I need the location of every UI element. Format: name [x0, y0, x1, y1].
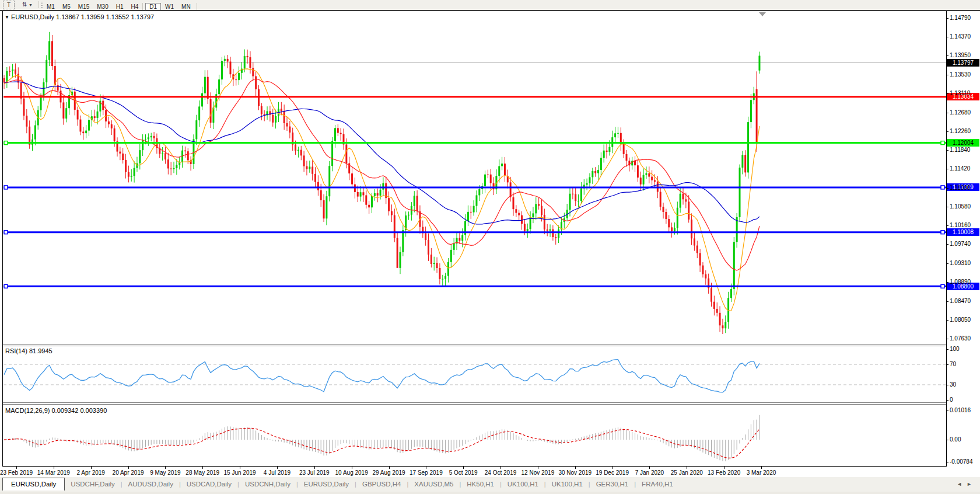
ma-line-8: [4, 69, 760, 311]
date-axis-label: 15 Jun 2019: [224, 469, 256, 476]
chart-symbol-label: EURUSD,Daily: [11, 13, 54, 20]
chart-tab-eurusd-daily[interactable]: EURUSD,Daily: [2, 478, 65, 490]
current-price-badge: 1.13797: [947, 59, 979, 67]
date-axis-tick: [314, 467, 315, 469]
line-endpoint-marker: [941, 284, 944, 288]
date-axis-label: 28 May 2019: [186, 469, 219, 476]
date-axis-tick: [202, 467, 203, 469]
tabs-holder: EURUSD,DailyUSDCHF,Daily|AUDUSD,Daily|US…: [2, 478, 679, 488]
date-axis-tick: [649, 467, 650, 469]
price-axis-tick: [946, 244, 949, 245]
rsi-scale-label: 0: [950, 396, 953, 403]
price-axis-label: 1.11840: [950, 147, 970, 153]
price-axis-label: 1.10160: [950, 222, 971, 228]
scroll-to-end-icon[interactable]: [759, 12, 766, 16]
price-axis-tick: [946, 339, 949, 339]
date-axis-label: 2 Apr 2019: [77, 469, 105, 476]
line-endpoint-marker: [4, 186, 8, 189]
price-axis-label: 1.12680: [950, 109, 971, 116]
price-axis-tick: [946, 301, 949, 302]
date-axis-tick: [277, 467, 278, 469]
macd-scale-tick: [946, 440, 949, 440]
chart-tab-xauusd-m5[interactable]: XAUUSD,M5: [408, 479, 459, 490]
chart-tab-usdcad-daily[interactable]: USDCAD,Daily: [181, 479, 237, 490]
macd-scale-label: -0.00784: [950, 458, 972, 465]
date-axis-tick: [389, 467, 390, 469]
date-axis-label: 3 Mar 2020: [747, 469, 776, 476]
date-axis-tick: [724, 467, 724, 469]
tab-scroll-arrows[interactable]: ◄►: [957, 481, 977, 487]
price-axis-tick: [946, 263, 949, 264]
price-axis-tick: [946, 282, 949, 283]
date-axis-tick: [91, 467, 92, 469]
price-axis-tick: [946, 169, 949, 169]
price-axis-label: 1.09310: [950, 260, 971, 266]
date-axis-label: 30 Nov 2019: [558, 469, 592, 476]
chart-tab-uk100-h1[interactable]: UK100,H1: [502, 479, 544, 490]
price-line-badge: 1.10008: [947, 228, 979, 236]
date-axis-tick: [538, 467, 538, 469]
chart-tab-ger30-h1[interactable]: GER30,H1: [590, 479, 635, 490]
chart-tab-usdcnh-daily[interactable]: USDCNH,Daily: [239, 479, 296, 490]
text-tool-button[interactable]: T: [3, 1, 15, 9]
line-endpoint-marker: [941, 186, 944, 189]
price-axis-label: 1.08470: [950, 298, 971, 304]
price-axis-tick: [946, 18, 949, 19]
price-axis-tick: [946, 150, 949, 151]
price-axis-tick: [946, 113, 949, 113]
chart-tab-uk100-h1[interactable]: UK100,H1: [546, 479, 589, 490]
date-axis-label: 19 Dec 2019: [596, 469, 629, 476]
price-axis-label: 1.13110: [950, 90, 970, 96]
toolbar-separator: [197, 3, 197, 10]
date-axis-label: 23 Jul 2019: [299, 469, 330, 476]
date-axis-tick: [761, 467, 762, 469]
date-axis-label: 5 Oct 2019: [449, 469, 478, 476]
toolbar-grip: [41, 2, 43, 8]
top-toolbar: T ⇅ ▼ M1M5M15M30H1H4D1W1MN: [0, 0, 980, 11]
date-axis-tick: [240, 467, 240, 469]
chart-tab-fra40-h1[interactable]: FRA40,H1: [636, 479, 679, 490]
swap-arrows-icon[interactable]: ⇅ ▼: [19, 1, 36, 8]
chart-canvas[interactable]: [0, 0, 980, 494]
toolbar-separator: [38, 1, 39, 8]
price-axis-label: 1.11420: [950, 165, 970, 172]
chart-window-top-border: [0, 10, 980, 11]
date-axis-label: 20 Apr 2019: [113, 469, 144, 476]
tab-scroll-left-icon[interactable]: ◄: [957, 481, 967, 487]
status-strip: [0, 492, 980, 494]
toolbar-separator: [142, 3, 143, 10]
chart-ohlc-values: 1.13867 1.13959 1.13552 1.13797: [56, 13, 154, 20]
rsi-scale-tick: [946, 349, 949, 350]
rsi-scale-tick: [946, 400, 949, 401]
price-axis-tick: [946, 131, 949, 132]
dropdown-caret-icon[interactable]: ▼: [29, 3, 33, 7]
date-axis-tick: [687, 467, 687, 469]
chart-bottom-border: [2, 466, 947, 467]
rsi-macd-separator[interactable]: [3, 402, 946, 405]
chart-tab-gbpusd-h4[interactable]: GBPUSD,H4: [356, 479, 407, 490]
rsi-scale-label: 100: [950, 346, 960, 352]
rsi-scale-label: 30: [950, 381, 956, 388]
price-axis-tick: [946, 225, 949, 226]
price-axis-tick: [946, 188, 949, 189]
chart-tab-hk50-h1[interactable]: HK50,H1: [461, 479, 500, 490]
line-endpoint-marker: [4, 284, 8, 288]
ma-line-45: [4, 82, 760, 224]
date-axis-label: 24 Oct 2019: [485, 469, 516, 476]
chart-left-border: [2, 11, 3, 467]
macd-indicator-label: MACD(12,26,9) 0.009342 0.003390: [5, 407, 107, 414]
collapse-triangle-icon[interactable]: ▼: [5, 15, 9, 20]
date-axis-label: 29 Aug 2019: [372, 469, 405, 476]
rsi-scale-tick: [946, 364, 949, 365]
price-axis-label: 1.14790: [950, 15, 971, 21]
date-axis-label: 25 Jan 2020: [671, 469, 703, 476]
date-axis-tick: [426, 467, 426, 469]
price-axis-tick: [946, 75, 949, 75]
chart-tab-eurusd-daily[interactable]: EURUSD,Daily: [298, 479, 355, 490]
main-rsi-separator[interactable]: [3, 344, 946, 346]
candlesticks: [4, 32, 761, 334]
date-axis-label: 4 Jul 2019: [264, 469, 290, 476]
tab-scroll-right-icon[interactable]: ►: [967, 481, 977, 487]
chart-tab-usdchf-daily[interactable]: USDCHF,Daily: [65, 479, 120, 490]
chart-tab-audusd-daily[interactable]: AUDUSD,Daily: [123, 479, 179, 490]
